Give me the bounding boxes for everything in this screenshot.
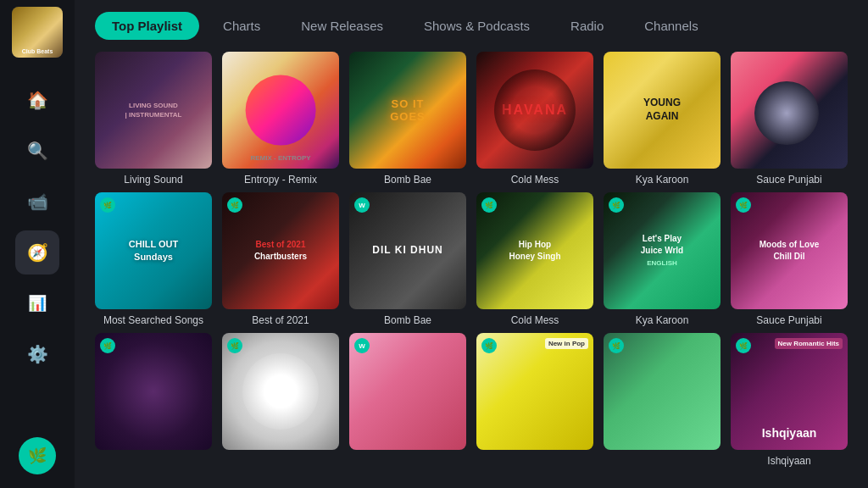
badge-most-searched: 🌿	[100, 197, 115, 213]
thumb-best-2021: 🌿 Best of 2021Chartbusters	[222, 192, 339, 309]
thumb-row3-4: 🌿 New in Pop	[476, 333, 593, 450]
badge-lets-play: 🌿	[609, 197, 624, 213]
tab-radio[interactable]: Radio	[554, 12, 620, 40]
badge-hip-hop: 🌿	[481, 197, 497, 213]
label-dil-ki-dhun: Bomb Bae	[349, 314, 466, 326]
card-row3-5[interactable]: 🌿	[604, 333, 721, 467]
badge-chill-dil: 🌿	[736, 197, 751, 213]
nav-settings[interactable]: ⚙️	[15, 332, 59, 376]
tab-top-playlist[interactable]: Top Playlist	[95, 12, 199, 40]
thumb-row3-1: 🌿	[95, 333, 212, 450]
badge-ishqiyaan: 🌿	[736, 338, 751, 353]
label-sauce-punjabi: Sauce Punjabi	[731, 174, 848, 186]
thumb-lets-play: 🌿 Let's PlayJuice WrldENGLISH	[604, 192, 721, 309]
card-most-searched[interactable]: 🌿 CHILL OUTSundays Most Searched Songs	[95, 192, 212, 326]
label-most-searched: Most Searched Songs	[95, 314, 212, 326]
card-row3-1[interactable]: 🌿	[95, 333, 212, 467]
music-row-1: LIVING SOUND| INSTRUMENTAL Living Sound …	[95, 52, 848, 186]
music-row-2: 🌿 CHILL OUTSundays Most Searched Songs 🌿…	[95, 192, 848, 326]
thumb-ishqiyaan: 🌿 New Romantic Hits Ishqiyaan	[731, 333, 848, 450]
tab-channels[interactable]: Channels	[627, 12, 715, 40]
card-bomb-bae-1[interactable]: SO ITGOES Bomb Bae	[349, 52, 466, 186]
label-cold-mess: Cold Mess	[476, 174, 593, 186]
label-entropy-remix: Entropy - Remix	[222, 174, 339, 186]
card-entropy-remix[interactable]: REMIX - ENTROPY Entropy - Remix	[222, 52, 339, 186]
nav-search[interactable]: 🔍	[15, 129, 59, 173]
thumb-row3-3: W	[349, 333, 466, 450]
label-lets-play: Kya Karoon	[604, 314, 721, 326]
sidebar-nav: 🏠 🔍 📹 🧭 📊 ⚙️	[15, 71, 59, 437]
card-dil-ki-dhun[interactable]: W DIL KI DHUN Bomb Bae	[349, 192, 466, 326]
card-kya-karoon[interactable]: YOUNGAGAIN Kya Karoon	[604, 52, 721, 186]
thumb-sauce-punjabi	[731, 52, 848, 169]
thumb-row3-2: 🌿	[222, 333, 339, 450]
badge-row3-1: 🌿	[100, 338, 115, 353]
label-living-sound: Living Sound	[95, 174, 212, 186]
card-cold-mess[interactable]: HAVANA Cold Mess	[476, 52, 593, 186]
thumb-chill-dil: 🌿 Moods of LoveChill Dil	[731, 192, 848, 309]
nav-chart[interactable]: 📊	[15, 281, 59, 325]
thumb-living-sound: LIVING SOUND| INSTRUMENTAL	[95, 52, 212, 169]
tab-shows-podcasts[interactable]: Shows & Podcasts	[407, 12, 547, 40]
badge-row3-4: 🌿	[481, 338, 497, 353]
badge-dil-ki-dhun: W	[354, 197, 370, 213]
nav-compass[interactable]: 🧭	[15, 230, 59, 274]
card-hip-hop[interactable]: 🌿 Hip HopHoney Singh Cold Mess	[476, 192, 593, 326]
thumb-entropy-remix: REMIX - ENTROPY	[222, 52, 339, 169]
card-row3-3[interactable]: W	[349, 333, 466, 467]
top-nav: Top Playlist Charts New Releases Shows &…	[75, 0, 868, 52]
card-sauce-punjabi[interactable]: Sauce Punjabi	[731, 52, 848, 186]
nav-video[interactable]: 📹	[15, 180, 59, 224]
label-kya-karoon: Kya Karoon	[604, 174, 721, 186]
card-row3-2[interactable]: 🌿	[222, 333, 339, 467]
tab-charts[interactable]: Charts	[206, 12, 277, 40]
badge-row3-5: 🌿	[609, 338, 624, 353]
card-chill-dil[interactable]: 🌿 Moods of LoveChill Dil Sauce Punjabi	[731, 192, 848, 326]
sidebar: Club Beats 🏠 🔍 📹 🧭 📊 ⚙️ 🌿	[0, 0, 75, 488]
thumb-row3-5: 🌿	[604, 333, 721, 450]
music-row-3: 🌿 🌿 W 🌿 New in Pop	[95, 333, 848, 467]
label-chill-dil: Sauce Punjabi	[731, 314, 848, 326]
badge-row3-2: 🌿	[227, 338, 242, 353]
label-bomb-bae: Bomb Bae	[349, 174, 466, 186]
badge-row3-3: W	[354, 338, 370, 353]
thumb-bomb-bae: SO ITGOES	[349, 52, 466, 169]
app-logo[interactable]: Club Beats	[12, 7, 63, 58]
nav-leaf[interactable]: 🌿	[19, 437, 56, 474]
label-hip-hop: Cold Mess	[476, 314, 593, 326]
card-lets-play[interactable]: 🌿 Let's PlayJuice WrldENGLISH Kya Karoon	[604, 192, 721, 326]
card-living-sound[interactable]: LIVING SOUND| INSTRUMENTAL Living Sound	[95, 52, 212, 186]
thumb-hip-hop: 🌿 Hip HopHoney Singh	[476, 192, 593, 309]
card-best-2021[interactable]: 🌿 Best of 2021Chartbusters Best of 2021	[222, 192, 339, 326]
tab-new-releases[interactable]: New Releases	[284, 12, 400, 40]
card-ishqiyaan[interactable]: 🌿 New Romantic Hits Ishqiyaan Ishqiyaan	[731, 333, 848, 467]
badge-best-2021: 🌿	[227, 197, 242, 213]
label-ishqiyaan: Ishqiyaan	[731, 455, 848, 467]
label-best-2021: Best of 2021	[222, 314, 339, 326]
thumb-dil-ki-dhun: W DIL KI DHUN	[349, 192, 466, 309]
logo-text: Club Beats	[22, 48, 53, 54]
thumb-most-searched: 🌿 CHILL OUTSundays	[95, 192, 212, 309]
card-row3-4[interactable]: 🌿 New in Pop	[476, 333, 593, 467]
nav-home[interactable]: 🏠	[15, 78, 59, 122]
thumb-kya-karoon: YOUNGAGAIN	[604, 52, 721, 169]
content-area: LIVING SOUND| INSTRUMENTAL Living Sound …	[75, 52, 868, 488]
main-content: Top Playlist Charts New Releases Shows &…	[75, 0, 868, 488]
sidebar-bottom: 🌿	[19, 437, 56, 474]
thumb-cold-mess: HAVANA	[476, 52, 593, 169]
